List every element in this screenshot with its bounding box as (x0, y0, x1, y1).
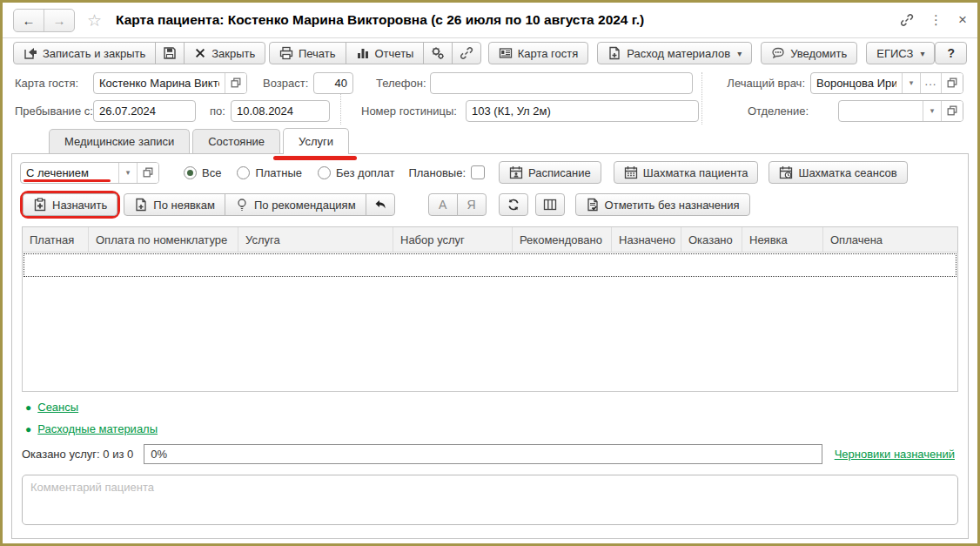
undo-button[interactable] (366, 193, 395, 216)
footer-row: Оказано услуг: 0 из 0 0% Черновики назна… (22, 444, 955, 464)
room-label: Номер гостиницы: (361, 104, 466, 118)
radio-no-surcharge[interactable]: Без доплат (318, 166, 394, 179)
assign-extra-group: По неявкам По рекомендациям (124, 193, 394, 216)
table-focused-empty-row[interactable] (23, 253, 957, 277)
services-table[interactable]: Платная Оплата по номенклатуре Услуга На… (22, 226, 958, 392)
reports-button[interactable]: Отчеты (346, 42, 425, 64)
column-header[interactable]: Набор услуг (393, 227, 513, 252)
consumables-link[interactable]: ● Расходные материалы (25, 422, 158, 435)
egisz-button[interactable]: ЕГИСЗ ▾ (866, 42, 935, 64)
column-header[interactable]: Услуга (238, 227, 393, 252)
materials-button[interactable]: Расход материалов ▾ (597, 42, 752, 64)
title-bar: ← → ☆ Карта пациента: Костенко Марина Ви… (3, 3, 977, 38)
no-show-button[interactable]: По неявкам (124, 193, 225, 216)
sort-ya-button[interactable]: Я (457, 193, 487, 216)
open-icon[interactable] (941, 73, 963, 93)
radio-paid[interactable]: Платные (237, 166, 302, 179)
age-input[interactable] (314, 73, 352, 93)
session-grid-button[interactable]: Шахматка сеансов (769, 161, 907, 184)
comment-block (22, 475, 958, 528)
doctor-field: ▾ ... (810, 72, 963, 94)
open-icon[interactable] (225, 73, 246, 93)
stay-to-label: по: (210, 104, 231, 118)
field-group-separator (701, 72, 702, 125)
chevron-down-icon[interactable]: ▾ (923, 101, 941, 121)
room-input[interactable] (467, 101, 698, 121)
annotation-red-underline-treatment (23, 179, 111, 182)
chevron-down-icon[interactable]: ▾ (902, 73, 920, 93)
floppy-icon (163, 46, 177, 60)
annotation-red-box-assign: Назначить (20, 191, 120, 219)
mark-without-assignment-button[interactable]: Отметить без назначения (575, 193, 750, 216)
guest-card-button[interactable]: Карта гостя (488, 42, 589, 64)
link-button[interactable] (452, 42, 481, 64)
more-menu-icon[interactable]: ⋮ (930, 12, 943, 28)
printer-icon (279, 46, 293, 60)
doctor-input[interactable] (811, 73, 902, 93)
open-icon[interactable] (137, 163, 158, 183)
radio-all[interactable]: Все (184, 166, 221, 179)
speech-bubble-icon (771, 46, 785, 60)
back-icon: ← (23, 13, 36, 28)
refresh-icon (507, 198, 520, 212)
annotation-red-underline-services-tab (273, 156, 357, 160)
close-window-icon[interactable]: × (958, 11, 967, 29)
back-button[interactable]: ← (14, 10, 44, 31)
drafts-link[interactable]: Черновики назначений (835, 448, 955, 461)
recommendations-button[interactable]: По рекомендациям (225, 193, 366, 216)
favorite-star-icon[interactable]: ☆ (87, 12, 102, 29)
document-plus-icon (607, 46, 621, 60)
department-input[interactable] (839, 101, 923, 121)
schedule-button[interactable]: Расписание (499, 161, 601, 184)
assign-button[interactable]: Назначить (23, 193, 117, 216)
tab-services[interactable]: Услуги (283, 128, 349, 154)
bullet-icon: ● (25, 402, 31, 413)
column-header[interactable]: Неявка (742, 227, 823, 252)
choose-icon[interactable]: ... (920, 73, 941, 93)
sort-a-button[interactable]: А (428, 193, 458, 216)
column-header[interactable]: Оказано (681, 227, 742, 252)
tab-condition[interactable]: Состояние (192, 129, 280, 153)
treatment-filter-field: ▾ (20, 162, 159, 184)
close-button[interactable]: Закрыть (184, 42, 265, 64)
open-icon[interactable] (941, 101, 963, 121)
column-header[interactable]: Оплата по номенклатуре (89, 227, 238, 252)
sessions-link[interactable]: ● Сеансы (25, 401, 78, 414)
patient-comment-input[interactable] (22, 475, 958, 525)
room-field (466, 100, 699, 122)
settings-button[interactable] (423, 42, 453, 64)
print-button[interactable]: Печать (269, 42, 346, 64)
stay-to-input[interactable] (232, 101, 329, 121)
tab-medical-records[interactable]: Медицинские записи (49, 129, 190, 153)
guest-card-input[interactable] (94, 73, 225, 93)
planned-checkbox[interactable] (471, 165, 485, 179)
document-plus-icon (134, 198, 148, 212)
department-label: Отделение: (748, 104, 809, 118)
dropdown-caret-icon: ▾ (920, 49, 924, 58)
save-and-close-button[interactable]: Записать и закрыть (13, 42, 156, 64)
column-header[interactable]: Рекомендовано (513, 227, 612, 252)
notify-button[interactable]: Уведомить (761, 42, 857, 64)
stay-from-field (93, 100, 196, 122)
sections-links: ● Сеансы ● Расходные материалы (25, 401, 955, 435)
gears-icon (431, 46, 445, 60)
column-header[interactable]: Назначено (612, 227, 681, 252)
phone-input[interactable] (431, 73, 692, 93)
forward-button[interactable]: → (44, 10, 74, 31)
fields-row-2: Пребывание с: по: Номер гостиницы: Отдел… (3, 97, 977, 125)
get-link-icon[interactable] (900, 13, 914, 27)
stay-to-field (231, 100, 330, 122)
refresh-button[interactable] (499, 193, 528, 216)
stay-from-input[interactable] (94, 101, 195, 121)
column-header[interactable]: Платная (23, 227, 89, 252)
help-button[interactable]: ? (935, 42, 967, 64)
column-header[interactable]: Оплачена (823, 227, 957, 252)
calendar-person-icon (509, 165, 523, 179)
patient-grid-button[interactable]: Шахматка пациента (614, 161, 759, 184)
id-card-icon (499, 46, 513, 60)
save-group: Записать и закрыть Закрыть (13, 42, 265, 64)
fields-row-1: Карта гостя: Возраст: Телефон: Лечащий в… (3, 69, 977, 97)
columns-button[interactable] (535, 193, 565, 216)
save-button[interactable] (155, 42, 185, 64)
chevron-down-icon[interactable]: ▾ (118, 163, 137, 183)
